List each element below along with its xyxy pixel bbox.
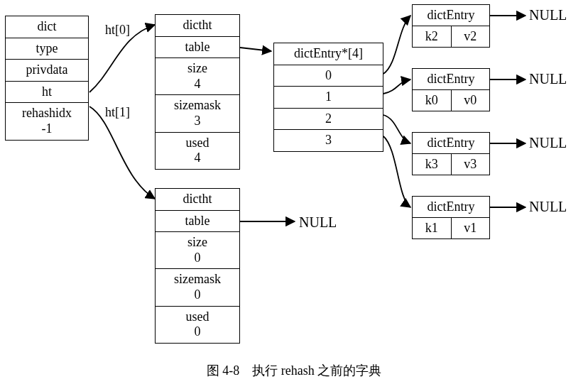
dictht1-table: table bbox=[156, 211, 239, 233]
null-ht1: NULL bbox=[299, 214, 337, 231]
edge-label-ht1: ht[1] bbox=[105, 105, 130, 120]
edge-label-ht0: ht[0] bbox=[105, 23, 130, 38]
array-idx-1: 1 bbox=[274, 87, 383, 109]
array-idx-2: 2 bbox=[274, 109, 383, 131]
figure-caption: 图 4-8 执行 rehash 之前的字典 bbox=[0, 362, 588, 379]
dict-title: dict bbox=[6, 16, 88, 38]
null-0: NULL bbox=[529, 7, 567, 23]
dictht0-size: size 4 bbox=[156, 58, 239, 95]
dictht0-used: used 4 bbox=[156, 133, 239, 169]
dictht1-size: size 0 bbox=[156, 232, 239, 269]
dictht1-title: dictht bbox=[156, 189, 239, 211]
dict-field-rehashidx: rehashidx -1 bbox=[6, 103, 88, 139]
dictht1-used: used 0 bbox=[156, 307, 239, 343]
dict-field-type: type bbox=[6, 38, 88, 60]
array-idx-3: 3 bbox=[274, 130, 383, 151]
dictht1: dictht table size 0 sizemask 0 used 0 bbox=[155, 188, 240, 344]
array-title: dictEntry*[4] bbox=[274, 43, 383, 65]
null-1: NULL bbox=[529, 71, 567, 87]
dictht0-title: dictht bbox=[156, 15, 239, 37]
entry-2: dictEntry k3 v3 bbox=[412, 132, 490, 175]
entry-array: dictEntry*[4] 0 1 2 3 bbox=[273, 43, 383, 152]
dictht0-sizemask: sizemask 3 bbox=[156, 95, 239, 132]
dict-field-ht: ht bbox=[6, 82, 88, 104]
dict-field-privdata: privdata bbox=[6, 60, 88, 82]
dictht1-sizemask: sizemask 0 bbox=[156, 269, 239, 306]
entry-3: dictEntry k1 v1 bbox=[412, 196, 490, 239]
entry-0: dictEntry k2 v2 bbox=[412, 4, 490, 48]
dict-struct: dict type privdata ht rehashidx -1 bbox=[5, 16, 89, 141]
null-3: NULL bbox=[529, 199, 567, 215]
entry-1: dictEntry k0 v0 bbox=[412, 68, 490, 111]
dictht0: dictht table size 4 sizemask 3 used 4 bbox=[155, 14, 240, 170]
array-idx-0: 0 bbox=[274, 65, 383, 87]
dictht0-table: table bbox=[156, 37, 239, 59]
null-2: NULL bbox=[529, 135, 567, 151]
